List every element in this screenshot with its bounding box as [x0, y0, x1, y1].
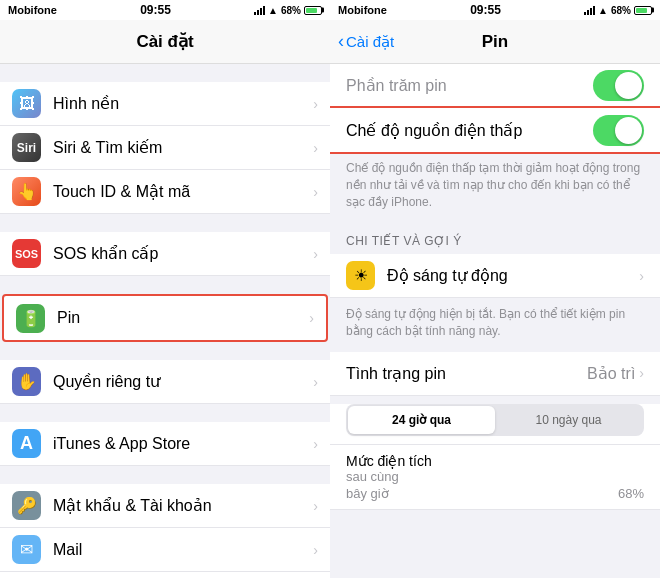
muc-dien-label: Mức điện tích: [346, 453, 432, 469]
touchid-icon: 👆: [12, 177, 41, 206]
siri-label: Siri & Tìm kiếm: [53, 138, 313, 157]
che-do-toggle[interactable]: [593, 115, 644, 146]
do-sang-chevron: ›: [639, 268, 644, 284]
tab-10days[interactable]: 10 ngày qua: [495, 406, 642, 434]
brightness-icon: ☀: [346, 261, 375, 290]
right-signal-icon: [584, 5, 595, 15]
che-do-toggle-knob: [615, 117, 642, 144]
do-sang-label: Độ sáng tự động: [387, 266, 639, 285]
chi-tiet-header: CHI TIẾT VÀ GỢI Ý: [330, 222, 660, 254]
itunes-icon: A: [12, 429, 41, 458]
right-status-bar: Mobifone 09:55 ▲ 68%: [330, 0, 660, 20]
settings-item-privacy[interactable]: ✋ Quyền riêng tư ›: [0, 360, 330, 404]
left-nav-bar: Cài đặt: [0, 20, 330, 64]
keychain-chevron: ›: [313, 498, 318, 514]
keychain-label: Mật khẩu & Tài khoản: [53, 496, 313, 515]
settings-item-keychain[interactable]: 🔑 Mật khẩu & Tài khoản ›: [0, 484, 330, 528]
back-chevron-icon: ‹: [338, 31, 344, 52]
do-sang-section: ☀ Độ sáng tự động ›: [330, 254, 660, 298]
sos-icon: SOS: [12, 239, 41, 268]
right-battery-icon: [634, 6, 652, 15]
che-do-desc: Chế độ nguồn điện thấp tạm thời giảm hoạ…: [330, 152, 660, 222]
itunes-label: iTunes & App Store: [53, 435, 313, 453]
do-sang-desc: Độ sáng tự động hiện bị tắt. Bạn có thể …: [330, 298, 660, 352]
right-battery-pct-text: 68%: [611, 5, 631, 16]
privacy-icon: ✋: [12, 367, 41, 396]
tinh-trang-chevron: ›: [639, 365, 644, 381]
muc-dien-row: Mức điện tích sau cùng bây giờ 68%: [330, 445, 660, 510]
sos-chevron: ›: [313, 246, 318, 262]
phan-tram-row[interactable]: Phần trăm pin: [330, 64, 660, 108]
muc-dien-section: Mức điện tích sau cùng bây giờ 68%: [330, 445, 660, 510]
phan-tram-label: Phần trăm pin: [346, 76, 593, 95]
right-panel: Mobifone 09:55 ▲ 68% ‹ Cài đặt Pin Phần …: [330, 0, 660, 578]
right-wifi-icon: ▲: [598, 5, 608, 16]
left-time: 09:55: [140, 3, 171, 17]
mail-chevron: ›: [313, 542, 318, 558]
do-sang-row[interactable]: ☀ Độ sáng tự động ›: [330, 254, 660, 298]
phan-tram-toggle-knob: [615, 72, 642, 99]
mail-icon: ✉: [12, 535, 41, 564]
settings-item-pin[interactable]: 🔋 Pin ›: [4, 296, 326, 340]
settings-item-siri[interactable]: Siri Siri & Tìm kiếm ›: [0, 126, 330, 170]
itunes-chevron: ›: [313, 436, 318, 452]
tinh-trang-value: Bảo trì: [587, 364, 635, 383]
right-nav-title: Pin: [482, 32, 508, 52]
privacy-chevron: ›: [313, 374, 318, 390]
right-nav-bar: ‹ Cài đặt Pin: [330, 20, 660, 64]
settings-item-sos[interactable]: SOS SOS khẩn cấp ›: [0, 232, 330, 276]
wallpaper-label: Hình nền: [53, 94, 313, 113]
pin-icon: 🔋: [16, 304, 45, 333]
right-time: 09:55: [470, 3, 501, 17]
settings-item-wallpaper[interactable]: 🖼 Hình nền ›: [0, 82, 330, 126]
tinh-trang-row[interactable]: Tình trạng pin Bảo trì ›: [330, 352, 660, 396]
che-do-row[interactable]: Chế độ nguồn điện thấp: [330, 108, 660, 152]
tinh-trang-section: Tình trạng pin Bảo trì ›: [330, 352, 660, 396]
privacy-label: Quyền riêng tư: [53, 372, 313, 391]
right-carrier: Mobifone: [338, 4, 387, 16]
pin-chevron: ›: [309, 310, 314, 326]
wifi-icon: ▲: [268, 5, 278, 16]
tab-24h[interactable]: 24 giờ qua: [348, 406, 495, 434]
siri-chevron: ›: [313, 140, 318, 156]
battery-icon: [304, 6, 322, 15]
left-status-bar: Mobifone 09:55 ▲ 68%: [0, 0, 330, 20]
tinh-trang-label: Tình trạng pin: [346, 364, 587, 383]
left-settings-list: 🖼 Hình nền › Siri Siri & Tìm kiếm › 👆 To…: [0, 64, 330, 578]
sos-label: SOS khẩn cấp: [53, 244, 313, 263]
pct-value: 68%: [618, 486, 644, 501]
touchid-label: Touch ID & Mật mã: [53, 182, 313, 201]
left-status-icons: ▲ 68%: [254, 5, 322, 16]
phan-tram-section: Phần trăm pin: [330, 64, 660, 108]
settings-item-mail[interactable]: ✉ Mail ›: [0, 528, 330, 572]
wallpaper-icon: 🖼: [12, 89, 41, 118]
left-nav-title: Cài đặt: [136, 31, 193, 52]
touchid-chevron: ›: [313, 184, 318, 200]
back-label: Cài đặt: [346, 33, 394, 51]
phan-tram-toggle[interactable]: [593, 70, 644, 101]
sau-cung-label: sau cùng: [346, 469, 399, 484]
che-do-label: Chế độ nguồn điện thấp: [346, 121, 593, 140]
signal-icon: [254, 5, 265, 15]
pin-label: Pin: [57, 309, 309, 327]
mail-label: Mail: [53, 541, 313, 559]
siri-icon: Siri: [12, 133, 41, 162]
settings-item-contacts[interactable]: 👤 Danh bạ ›: [0, 572, 330, 578]
bay-gio-label: bây giờ: [346, 486, 389, 501]
wallpaper-chevron: ›: [313, 96, 318, 112]
settings-item-touchid[interactable]: 👆 Touch ID & Mật mã ›: [0, 170, 330, 214]
battery-pct-text: 68%: [281, 5, 301, 16]
tab-section: 24 giờ qua 10 ngày qua: [330, 404, 660, 445]
left-panel: Mobifone 09:55 ▲ 68% Cài đặt 🖼 Hình nền …: [0, 0, 330, 578]
tab-button-group: 24 giờ qua 10 ngày qua: [346, 404, 644, 436]
left-carrier: Mobifone: [8, 4, 57, 16]
settings-item-itunes[interactable]: A iTunes & App Store ›: [0, 422, 330, 466]
back-button[interactable]: ‹ Cài đặt: [338, 31, 394, 52]
pin-detail-content: Phần trăm pin Chế độ nguồn điện thấp Chế…: [330, 64, 660, 578]
che-do-highlighted-wrapper: Chế độ nguồn điện thấp: [330, 108, 660, 152]
right-status-icons: ▲ 68%: [584, 5, 652, 16]
keychain-icon: 🔑: [12, 491, 41, 520]
